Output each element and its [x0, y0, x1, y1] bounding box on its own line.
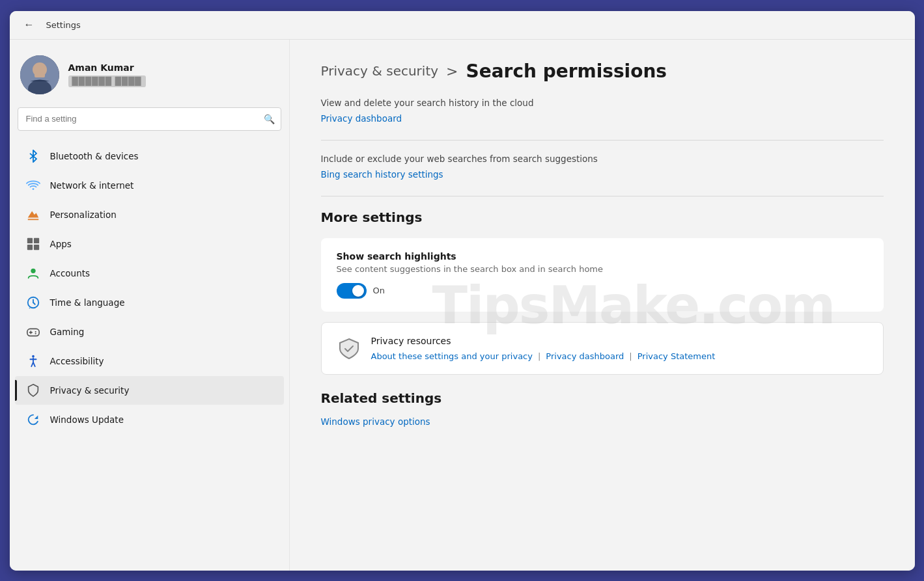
svg-point-18	[35, 331, 36, 332]
window-title: Settings	[46, 20, 81, 30]
sidebar-item-gaming-label: Gaming	[50, 327, 85, 337]
more-settings-heading: More settings	[321, 209, 884, 225]
svg-line-24	[33, 362, 35, 366]
svg-point-4	[32, 188, 34, 190]
accessibility-icon	[25, 353, 41, 369]
svg-rect-15	[27, 329, 38, 336]
page-title: Search permissions	[466, 61, 667, 82]
show-search-highlights-label: Show search highlights	[337, 251, 868, 262]
main-wrapper: Privacy & security > Search permissions …	[290, 40, 915, 571]
sidebar-item-gaming[interactable]: Gaming	[15, 318, 284, 346]
nav-menu: Bluetooth & devices Network & internet	[10, 141, 289, 435]
privacy-dashboard-link[interactable]: Privacy dashboard	[321, 113, 402, 124]
sidebar-item-accessibility[interactable]: Accessibility	[15, 347, 284, 375]
suggestions-desc: Include or exclude your web searches fro…	[321, 154, 884, 164]
privacy-icon	[25, 383, 41, 398]
resources-sep-2: |	[629, 351, 632, 361]
sidebar-item-network-label: Network & internet	[50, 180, 134, 191]
cloud-history-desc: View and delete your search history in t…	[321, 98, 884, 108]
sidebar-item-network[interactable]: Network & internet	[15, 171, 284, 200]
cloud-history-section: View and delete your search history in t…	[321, 98, 884, 124]
breadcrumb: Privacy & security > Search permissions	[321, 61, 884, 82]
sidebar-item-privacy[interactable]: Privacy & security	[15, 376, 284, 405]
breadcrumb-parent[interactable]: Privacy & security	[321, 63, 439, 79]
sidebar-item-personalization-label: Personalization	[50, 209, 117, 220]
bluetooth-icon	[25, 148, 41, 164]
network-icon	[25, 178, 41, 193]
privacy-resources-title: Privacy resources	[371, 336, 867, 346]
svg-point-10	[31, 268, 35, 273]
titlebar: ← Settings	[10, 11, 915, 40]
main-content: Privacy & security > Search permissions …	[290, 40, 915, 571]
sidebar-item-personalization[interactable]: Personalization	[15, 200, 284, 229]
section-divider-2	[321, 196, 884, 196]
svg-point-19	[35, 332, 36, 334]
svg-rect-3	[35, 72, 45, 77]
personalization-icon	[25, 207, 41, 223]
svg-rect-6	[27, 237, 32, 243]
user-profile: Aman Kumar ██████ ████	[10, 47, 289, 107]
svg-text:+: +	[28, 306, 31, 310]
back-button[interactable]: ←	[20, 16, 38, 34]
back-icon: ←	[24, 19, 35, 31]
sidebar-item-apps[interactable]: Apps	[15, 230, 284, 258]
search-box-container: 🔍	[18, 107, 281, 131]
svg-rect-9	[33, 244, 38, 249]
breadcrumb-separator: >	[446, 63, 458, 79]
avatar	[20, 55, 59, 94]
sidebar-item-time-label: Time & language	[50, 297, 125, 308]
resources-links: About these settings and your privacy | …	[371, 351, 867, 361]
show-search-highlights-info: Show search highlights See content sugge…	[337, 251, 868, 274]
sidebar-item-privacy-label: Privacy & security	[50, 385, 130, 396]
gaming-icon	[25, 324, 41, 340]
bing-search-history-link[interactable]: Bing search history settings	[321, 169, 443, 180]
sidebar-item-time[interactable]: + Time & language	[15, 288, 284, 317]
apps-icon	[25, 236, 41, 252]
sidebar-item-apps-label: Apps	[50, 239, 72, 249]
resources-sep-1: |	[538, 351, 540, 361]
privacy-statement-link[interactable]: Privacy Statement	[637, 351, 716, 361]
content-area: Aman Kumar ██████ ████ 🔍 Bluetooth & dev…	[10, 40, 915, 571]
svg-line-13	[33, 303, 35, 304]
resources-content: Privacy resources About these settings a…	[371, 336, 867, 361]
show-search-highlights-toggle[interactable]	[337, 283, 367, 299]
svg-point-20	[32, 355, 35, 357]
svg-rect-7	[33, 237, 38, 243]
privacy-dashboard-resources-link[interactable]: Privacy dashboard	[546, 351, 624, 361]
user-info: Aman Kumar ██████ ████	[68, 62, 146, 87]
avatar-image	[20, 55, 59, 94]
section-divider-1	[321, 140, 884, 141]
sidebar-item-update-label: Windows Update	[50, 414, 124, 425]
show-search-highlights-row: Show search highlights See content sugge…	[321, 238, 884, 312]
show-search-highlights-sublabel: See content suggestions in the search bo…	[337, 264, 868, 274]
update-icon	[25, 412, 41, 427]
sidebar-item-accounts[interactable]: Accounts	[15, 259, 284, 288]
time-icon: +	[25, 295, 41, 310]
sidebar-item-bluetooth-label: Bluetooth & devices	[50, 151, 139, 161]
sidebar-item-accounts-label: Accounts	[50, 268, 91, 278]
sidebar-item-accessibility-label: Accessibility	[50, 356, 104, 366]
toggle-state-label: On	[373, 286, 385, 295]
shield-icon	[337, 337, 361, 360]
search-input[interactable]	[18, 107, 281, 131]
user-name: Aman Kumar	[68, 62, 146, 73]
toggle-row: On	[337, 283, 868, 299]
about-settings-link[interactable]: About these settings and your privacy	[371, 351, 533, 361]
suggestions-section: Include or exclude your web searches fro…	[321, 154, 884, 180]
privacy-resources-box: Privacy resources About these settings a…	[321, 322, 884, 375]
sidebar-item-bluetooth[interactable]: Bluetooth & devices	[15, 142, 284, 170]
svg-rect-8	[27, 244, 32, 249]
user-email: ██████ ████	[68, 75, 146, 87]
accounts-icon	[25, 265, 41, 281]
related-settings-heading: Related settings	[321, 390, 884, 406]
sidebar-item-update[interactable]: Windows Update	[15, 405, 284, 434]
sidebar: Aman Kumar ██████ ████ 🔍 Bluetooth & dev…	[10, 40, 290, 571]
windows-privacy-options-link[interactable]: Windows privacy options	[321, 416, 430, 427]
